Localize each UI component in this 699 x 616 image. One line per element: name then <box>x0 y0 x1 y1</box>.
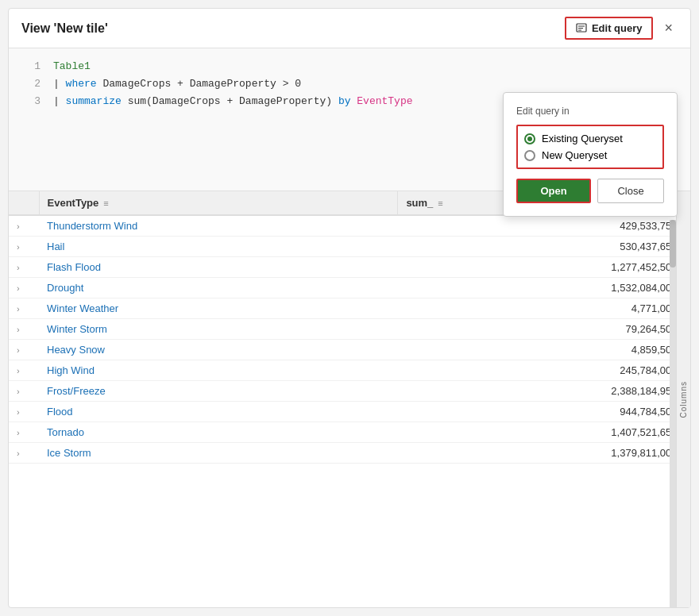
edit-query-popup: Edit query in Existing Queryset New Quer… <box>503 92 678 217</box>
table-row[interactable]: › Heavy Snow 4,859,500 <box>9 340 690 360</box>
row-sum: 4,859,500 <box>398 340 690 360</box>
radio-new-label: New Queryset <box>542 149 607 161</box>
row-sum: 429,533,750 <box>398 215 690 237</box>
row-expand[interactable]: › <box>9 443 39 464</box>
row-expand[interactable]: › <box>9 360 39 381</box>
row-expand[interactable]: › <box>9 381 39 402</box>
row-event-type: Winter Weather <box>39 298 398 319</box>
row-expand[interactable]: › <box>9 298 39 319</box>
radio-existing-queryset[interactable]: Existing Queryset <box>524 133 656 144</box>
row-event-type: Hail <box>39 237 398 257</box>
table-row[interactable]: › Drought 1,532,084,000 <box>9 278 690 298</box>
row-expand[interactable]: › <box>9 257 39 278</box>
row-sum: 1,379,811,000 <box>398 443 690 464</box>
col-event-type-icon[interactable]: ≡ <box>103 198 108 208</box>
table-wrapper[interactable]: EventType ≡ sum_ ≡ › T <box>9 191 690 607</box>
row-event-type: Thunderstorm Wind <box>39 215 398 237</box>
row-sum: 245,784,000 <box>398 360 690 381</box>
code-table-name: Table1 <box>53 58 91 75</box>
row-event-type: Flash Flood <box>39 257 398 278</box>
col-event-type-label: EventType <box>48 197 99 209</box>
row-expand[interactable]: › <box>9 215 39 237</box>
table-row[interactable]: › Winter Storm 79,264,500 <box>9 319 690 340</box>
edit-query-button[interactable]: Edit query <box>565 17 654 40</box>
row-event-type: High Wind <box>39 360 398 381</box>
table-area: EventType ≡ sum_ ≡ › T <box>9 191 690 607</box>
radio-options-group: Existing Queryset New Queryset <box>516 125 664 169</box>
header: View 'New tile' Edit query × <box>9 9 690 48</box>
row-sum: 530,437,650 <box>398 237 690 257</box>
row-sum: 79,264,500 <box>398 319 690 340</box>
main-window: View 'New tile' Edit query × 1 Table1 2 <box>8 8 691 608</box>
window-title: View 'New tile' <box>21 21 108 36</box>
row-sum: 944,784,500 <box>398 402 690 422</box>
col-header-event-type: EventType ≡ <box>39 191 398 215</box>
row-sum: 1,407,521,650 <box>398 422 690 443</box>
radio-circle-new <box>524 150 535 161</box>
close-button[interactable]: × <box>659 18 678 38</box>
row-expand[interactable]: › <box>9 402 39 422</box>
table-row[interactable]: › Frost/Freeze 2,388,184,950 <box>9 381 690 402</box>
table-row[interactable]: › Tornado 1,407,521,650 <box>9 422 690 443</box>
code-line-2: 2 | where DamageCrops + DamageProperty >… <box>21 75 678 93</box>
popup-actions: Open Close <box>516 179 664 203</box>
scrollbar-thumb[interactable] <box>670 220 676 268</box>
table-row[interactable]: › Winter Weather 4,771,000 <box>9 298 690 319</box>
scrollbar-track <box>670 220 676 607</box>
edit-icon <box>576 23 587 34</box>
header-actions: Edit query × <box>565 17 678 40</box>
row-event-type: Flood <box>39 402 398 422</box>
table-row[interactable]: › High Wind 245,784,000 <box>9 360 690 381</box>
row-sum: 1,532,084,000 <box>398 278 690 298</box>
row-event-type: Drought <box>39 278 398 298</box>
row-event-type: Winter Storm <box>39 319 398 340</box>
row-expand[interactable]: › <box>9 237 39 257</box>
table-row[interactable]: › Hail 530,437,650 <box>9 237 690 257</box>
table-row[interactable]: › Thunderstorm Wind 429,533,750 <box>9 215 690 237</box>
popup-close-button[interactable]: Close <box>597 179 664 203</box>
row-expand[interactable]: › <box>9 422 39 443</box>
columns-sidebar-label: Columns <box>679 381 688 418</box>
col-sum-label: sum_ <box>406 197 433 209</box>
table-row[interactable]: › Flash Flood 1,277,452,500 <box>9 257 690 278</box>
expand-col-header <box>9 191 39 215</box>
row-sum: 2,388,184,950 <box>398 381 690 402</box>
table-row[interactable]: › Flood 944,784,500 <box>9 402 690 422</box>
table-body: › Thunderstorm Wind 429,533,750 › Hail 5… <box>9 215 690 464</box>
row-event-type: Frost/Freeze <box>39 381 398 402</box>
code-line-1: 1 Table1 <box>21 58 678 75</box>
row-expand[interactable]: › <box>9 278 39 298</box>
col-sum-icon[interactable]: ≡ <box>438 198 442 208</box>
row-sum: 4,771,000 <box>398 298 690 319</box>
row-expand[interactable]: › <box>9 340 39 360</box>
popup-open-button[interactable]: Open <box>516 179 591 203</box>
columns-sidebar[interactable]: Columns <box>676 191 690 607</box>
row-event-type: Ice Storm <box>39 443 398 464</box>
popup-label: Edit query in <box>516 106 664 117</box>
row-event-type: Heavy Snow <box>39 340 398 360</box>
table-row[interactable]: › Ice Storm 1,379,811,000 <box>9 443 690 464</box>
row-event-type: Tornado <box>39 422 398 443</box>
code-editor: 1 Table1 2 | where DamageCrops + DamageP… <box>9 48 690 191</box>
results-table: EventType ≡ sum_ ≡ › T <box>9 191 690 464</box>
radio-new-queryset[interactable]: New Queryset <box>524 149 656 161</box>
row-expand[interactable]: › <box>9 319 39 340</box>
radio-circle-existing <box>524 133 535 144</box>
row-sum: 1,277,452,500 <box>398 257 690 278</box>
radio-existing-label: Existing Queryset <box>542 133 623 144</box>
